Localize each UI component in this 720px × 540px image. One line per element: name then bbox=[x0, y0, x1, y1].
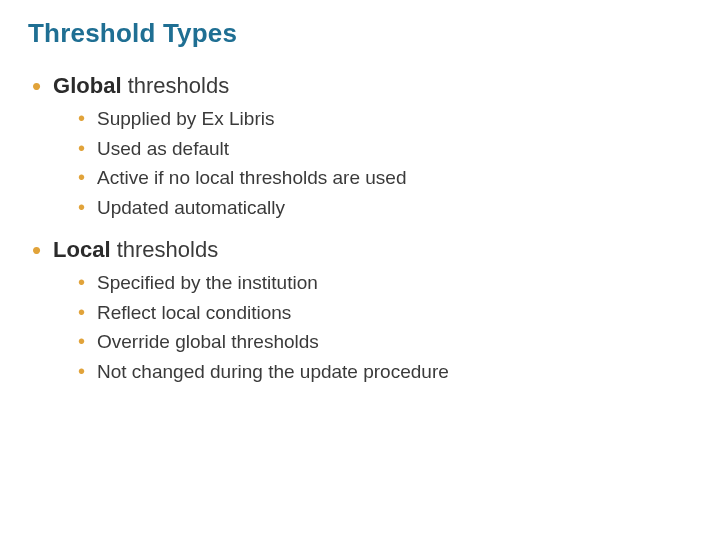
item-text: Supplied by Ex Libris bbox=[97, 105, 274, 133]
list-item: • Override global thresholds bbox=[78, 328, 692, 356]
item-text: Used as default bbox=[97, 135, 229, 163]
sublist-local: • Specified by the institution • Reflect… bbox=[78, 269, 692, 385]
section-global: • Global thresholds • Supplied by Ex Lib… bbox=[28, 71, 692, 221]
bullet-icon: • bbox=[78, 302, 85, 322]
list-item: • Reflect local conditions bbox=[78, 299, 692, 327]
bullet-icon: • bbox=[78, 167, 85, 187]
bullet-icon: • bbox=[78, 138, 85, 158]
list-item: • Active if no local thresholds are used bbox=[78, 164, 692, 192]
heading-local: • Local thresholds bbox=[32, 235, 692, 263]
list-item: • Updated automatically bbox=[78, 194, 692, 222]
list-item: • Supplied by Ex Libris bbox=[78, 105, 692, 133]
heading-bold: Global bbox=[53, 73, 121, 98]
heading-bold: Local bbox=[53, 237, 110, 262]
list-item: • Specified by the institution bbox=[78, 269, 692, 297]
item-text: Specified by the institution bbox=[97, 269, 318, 297]
sublist-global: • Supplied by Ex Libris • Used as defaul… bbox=[78, 105, 692, 221]
list-item: • Not changed during the update procedur… bbox=[78, 358, 692, 386]
bullet-icon: • bbox=[32, 73, 41, 99]
item-text: Reflect local conditions bbox=[97, 299, 291, 327]
heading-rest: thresholds bbox=[122, 73, 230, 98]
list-item: • Used as default bbox=[78, 135, 692, 163]
bullet-icon: • bbox=[78, 108, 85, 128]
bullet-icon: • bbox=[32, 237, 41, 263]
item-text: Not changed during the update procedure bbox=[97, 358, 449, 386]
item-text: Override global thresholds bbox=[97, 328, 319, 356]
item-text: Active if no local thresholds are used bbox=[97, 164, 406, 192]
item-text: Updated automatically bbox=[97, 194, 285, 222]
bullet-icon: • bbox=[78, 272, 85, 292]
heading-global: • Global thresholds bbox=[32, 71, 692, 99]
slide: Threshold Types • Global thresholds • Su… bbox=[0, 0, 720, 540]
slide-title: Threshold Types bbox=[28, 18, 692, 49]
heading-rest: thresholds bbox=[111, 237, 219, 262]
bullet-icon: • bbox=[78, 197, 85, 217]
section-local: • Local thresholds • Specified by the in… bbox=[28, 235, 692, 385]
bullet-icon: • bbox=[78, 361, 85, 381]
bullet-icon: • bbox=[78, 331, 85, 351]
